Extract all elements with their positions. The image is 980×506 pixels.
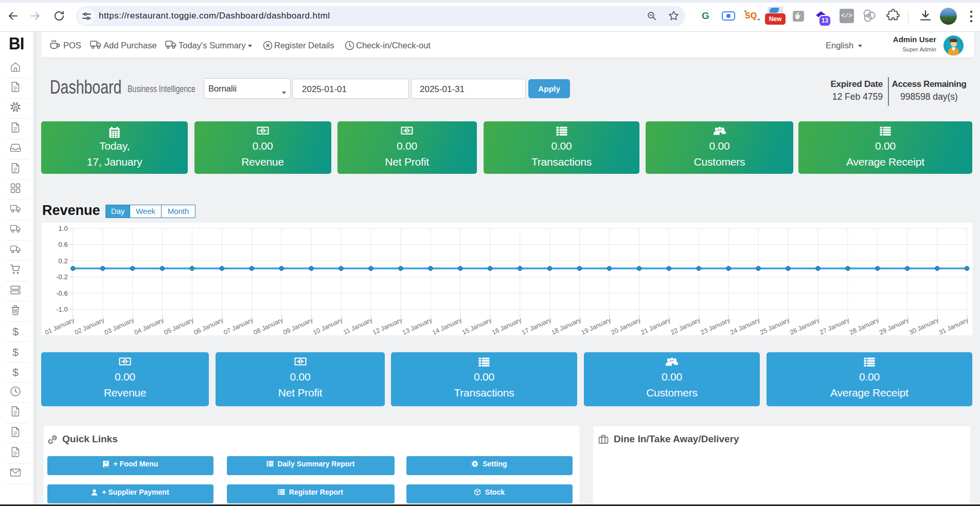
svg-text:03 January: 03 January bbox=[103, 316, 136, 335]
svg-text:16 January: 16 January bbox=[491, 316, 523, 335]
svg-text:09 January: 09 January bbox=[282, 316, 314, 335]
svg-text:1.0: 1.0 bbox=[59, 225, 68, 232]
svg-text:-1.0: -1.0 bbox=[56, 305, 67, 313]
svg-text:05 January: 05 January bbox=[163, 316, 195, 335]
svg-text:19 January: 19 January bbox=[580, 316, 613, 335]
svg-text:15 January: 15 January bbox=[461, 316, 493, 335]
svg-text:20 January: 20 January bbox=[610, 316, 643, 335]
svg-text:0.6: 0.6 bbox=[59, 241, 68, 248]
svg-text:23 January: 23 January bbox=[699, 316, 732, 335]
svg-text:21 January: 21 January bbox=[640, 316, 672, 335]
svg-text:1: 1 bbox=[406, 128, 408, 133]
svg-text:17 January: 17 January bbox=[521, 316, 553, 335]
svg-text:28 January: 28 January bbox=[848, 316, 881, 335]
svg-text:08 January: 08 January bbox=[252, 316, 284, 335]
svg-text:27 January: 27 January bbox=[818, 316, 851, 335]
svg-text:24 January: 24 January bbox=[729, 316, 761, 335]
svg-text:18 January: 18 January bbox=[550, 316, 583, 335]
svg-text:-0.6: -0.6 bbox=[56, 290, 67, 297]
svg-text:02 January: 02 January bbox=[74, 316, 106, 335]
svg-text:14 January: 14 January bbox=[431, 316, 464, 335]
svg-text:1: 1 bbox=[299, 359, 301, 364]
svg-text:-0.2: -0.2 bbox=[56, 273, 67, 281]
svg-text:01 January: 01 January bbox=[44, 316, 76, 335]
svg-text:10 January: 10 January bbox=[312, 316, 344, 335]
svg-text:06 January: 06 January bbox=[193, 316, 225, 335]
svg-text:04 January: 04 January bbox=[133, 316, 166, 335]
svg-text:25 January: 25 January bbox=[759, 316, 791, 335]
svg-text:22 January: 22 January bbox=[669, 316, 702, 335]
svg-text:30 January: 30 January bbox=[908, 316, 940, 335]
svg-text:12 January: 12 January bbox=[371, 316, 404, 335]
svg-text:1: 1 bbox=[124, 359, 127, 364]
svg-text:11 January: 11 January bbox=[342, 316, 374, 335]
svg-text:13 January: 13 January bbox=[401, 316, 434, 335]
svg-text:07 January: 07 January bbox=[223, 316, 255, 335]
svg-text:0.2: 0.2 bbox=[59, 257, 68, 265]
svg-text:1: 1 bbox=[261, 128, 264, 133]
svg-text:31 January: 31 January bbox=[938, 316, 970, 335]
svg-text:29 January: 29 January bbox=[878, 316, 911, 335]
svg-text:26 January: 26 January bbox=[789, 316, 821, 335]
